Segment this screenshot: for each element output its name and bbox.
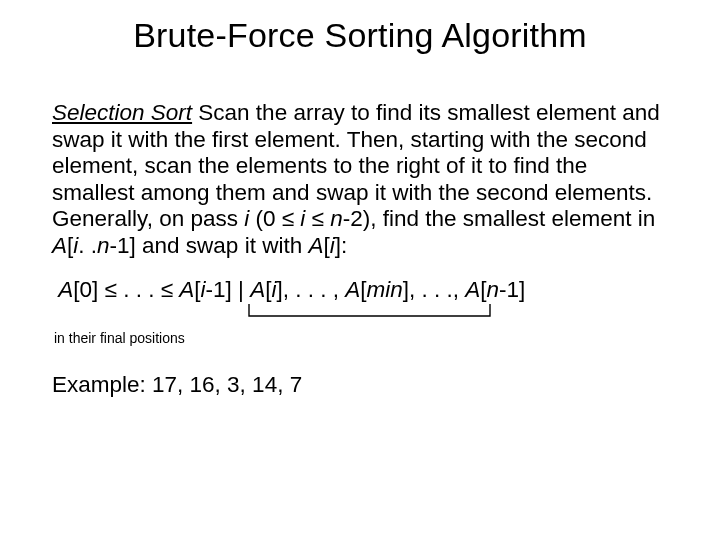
term-selection-sort: Selection Sort (52, 100, 192, 125)
formula-n: n (487, 277, 500, 302)
formula-t7: ], . . ., (403, 277, 466, 302)
formula-min: min (366, 277, 402, 302)
description-paragraph: Selection Sort Scan the array to find it… (52, 100, 672, 259)
formula-t5: ], . . . , (276, 277, 345, 302)
desc-text-4: -2), find the smallest element in (343, 206, 656, 231)
caption-final-positions: in their final positions (54, 330, 672, 347)
example-line: Example: 17, 16, 3, 14, 7 (52, 372, 672, 399)
desc-var-n-2: n (97, 233, 110, 258)
formula-t9: -1] (499, 277, 525, 302)
desc-var-A-2: A (308, 233, 323, 258)
desc-text-7: -1] and swap it with (110, 233, 309, 258)
formula-t1: [0] ≤ . . . ≤ (73, 277, 179, 302)
desc-var-n-1: n (330, 206, 343, 231)
formula-A4: A (465, 277, 480, 302)
slide-title: Brute-Force Sorting Algorithm (0, 16, 720, 55)
desc-text-9: ]: (335, 233, 348, 258)
formula-t3: -1] | (206, 277, 251, 302)
desc-text-3: ≤ (305, 206, 330, 231)
formula-A3: A (345, 277, 360, 302)
underbracket-icon (247, 302, 492, 324)
desc-var-A-1: A (52, 233, 67, 258)
formula-line: A[0] ≤ . . . ≤ A[i-1] | A[i], . . . , A[… (52, 277, 672, 304)
formula-A2: A (250, 277, 265, 302)
desc-text-2: (0 ≤ (249, 206, 300, 231)
desc-text-6: . . (78, 233, 97, 258)
slide: Brute-Force Sorting Algorithm Selection … (0, 0, 720, 540)
formula-A0: A (58, 277, 73, 302)
formula-A1: A (179, 277, 194, 302)
slide-body: Selection Sort Scan the array to find it… (52, 100, 672, 399)
